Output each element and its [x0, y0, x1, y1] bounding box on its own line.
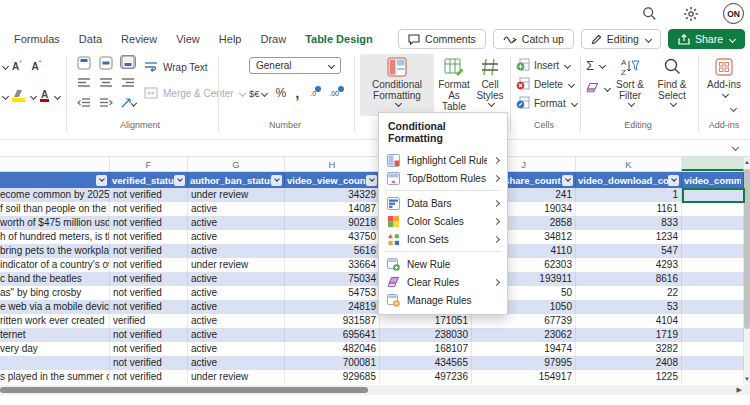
- format-cells-button[interactable]: Format: [516, 96, 577, 111]
- cell[interactable]: active: [188, 356, 285, 370]
- sort-filter-button[interactable]: AZ Sort & Filter: [610, 54, 650, 116]
- clear-button[interactable]: [586, 82, 610, 95]
- cell[interactable]: 434565: [380, 356, 472, 370]
- menu-item-manage-rules[interactable]: Manage Rules: [379, 291, 507, 309]
- increase-indent-button[interactable]: [98, 96, 114, 110]
- cell[interactable]: [682, 216, 744, 230]
- column-letter[interactable]: [682, 157, 744, 171]
- cell[interactable]: 23062: [472, 328, 576, 342]
- cell[interactable]: as" by bing crosby: [0, 286, 110, 300]
- accounting-format-button[interactable]: $€: [249, 88, 267, 99]
- cell[interactable]: 482046: [285, 342, 380, 356]
- cell[interactable]: 5616: [285, 244, 380, 258]
- settings-gear-icon[interactable]: [681, 4, 701, 24]
- menu-item-clear-rules[interactable]: Clear Rules: [379, 273, 507, 291]
- tab-help[interactable]: Help: [219, 33, 242, 45]
- align-right-button[interactable]: [120, 76, 136, 90]
- tab-table-design[interactable]: Table Design: [305, 33, 373, 45]
- cell[interactable]: [682, 314, 744, 328]
- tab-view[interactable]: View: [176, 33, 200, 45]
- cell[interactable]: not verified: [110, 328, 188, 342]
- filter-dropdown-icon[interactable]: [174, 175, 185, 186]
- cell[interactable]: [682, 342, 744, 356]
- highlight-color-icon[interactable]: [12, 90, 25, 102]
- cell[interactable]: not verified: [110, 202, 188, 216]
- cell[interactable]: 171051: [380, 314, 472, 328]
- cell[interactable]: not verified: [110, 258, 188, 272]
- active-cell-outline[interactable]: [682, 188, 745, 203]
- column-header-verified_status[interactable]: verified_status: [110, 172, 188, 188]
- filter-dropdown-icon[interactable]: [271, 175, 282, 186]
- format-as-table-button[interactable]: Format As Table: [436, 54, 472, 116]
- tab-draw[interactable]: Draw: [260, 33, 286, 45]
- shrink-font-button[interactable]: Aˇ: [32, 60, 42, 72]
- filter-dropdown-icon[interactable]: [668, 175, 679, 186]
- cell[interactable]: under review: [188, 188, 285, 202]
- column-header[interactable]: [0, 172, 110, 188]
- cell[interactable]: 497236: [380, 370, 472, 384]
- column-letter-f[interactable]: F: [110, 157, 188, 171]
- cell[interactable]: 97995: [472, 356, 576, 370]
- cell[interactable]: 75034: [285, 272, 380, 286]
- align-center-button[interactable]: [98, 76, 114, 90]
- comma-style-button[interactable]: ,: [295, 88, 299, 98]
- cell[interactable]: not verified: [110, 370, 188, 384]
- increase-decimal-button[interactable]: .0: [308, 89, 318, 98]
- align-top-button[interactable]: [76, 56, 92, 70]
- cell[interactable]: 154917: [472, 370, 576, 384]
- cell[interactable]: 4104: [576, 314, 682, 328]
- cell[interactable]: e web via a mobile device: [0, 300, 110, 314]
- cell[interactable]: [682, 328, 744, 342]
- cell[interactable]: 695641: [285, 328, 380, 342]
- catch-up-button[interactable]: Catch up: [493, 29, 574, 49]
- align-left-button[interactable]: [76, 76, 92, 90]
- font-color-icon[interactable]: A: [40, 90, 49, 102]
- cell[interactable]: 238030: [380, 328, 472, 342]
- cell[interactable]: very day: [0, 342, 110, 356]
- horizontal-scroll-thumb[interactable]: [0, 387, 368, 393]
- cell[interactable]: [682, 244, 744, 258]
- menu-item-highlight-cell-rules[interactable]: Highlight Cell Rules: [379, 151, 507, 169]
- cell[interactable]: 1161: [576, 202, 682, 216]
- cell[interactable]: verified: [110, 314, 188, 328]
- cell[interactable]: [682, 286, 744, 300]
- menu-item-data-bars[interactable]: Data Bars: [379, 194, 507, 212]
- cell[interactable]: [682, 202, 744, 216]
- cell[interactable]: not verified: [110, 300, 188, 314]
- cell[interactable]: 929685: [285, 370, 380, 384]
- cell[interactable]: 33664: [285, 258, 380, 272]
- cell[interactable]: [682, 258, 744, 272]
- chevron-down-icon[interactable]: [2, 92, 9, 99]
- tab-formulas[interactable]: Formulas: [14, 33, 60, 45]
- cell[interactable]: [682, 230, 744, 244]
- column-header-author_ban_status[interactable]: author_ban_status: [188, 172, 285, 188]
- cell[interactable]: active: [188, 202, 285, 216]
- cell[interactable]: 34329: [285, 188, 380, 202]
- filter-dropdown-icon[interactable]: [96, 175, 107, 186]
- cell[interactable]: 931587: [285, 314, 380, 328]
- align-bottom-button[interactable]: [120, 55, 136, 69]
- cell[interactable]: not verified: [110, 272, 188, 286]
- cell[interactable]: active: [188, 314, 285, 328]
- comments-button[interactable]: Comments: [398, 29, 486, 49]
- cell[interactable]: c band the beatles: [0, 272, 110, 286]
- scroll-down-arrow-icon[interactable]: ▼: [744, 375, 750, 383]
- cell[interactable]: 24819: [285, 300, 380, 314]
- cell[interactable]: 14087: [285, 202, 380, 216]
- cell[interactable]: worth of $475 million usd: [0, 216, 110, 230]
- column-header-video_download_count[interactable]: video_download_count: [576, 172, 682, 188]
- cell[interactable]: h of hundred meters, is th: [0, 230, 110, 244]
- cell[interactable]: active: [188, 328, 285, 342]
- cell[interactable]: not verified: [110, 230, 188, 244]
- cell[interactable]: 43750: [285, 230, 380, 244]
- cell[interactable]: under review: [188, 370, 285, 384]
- scroll-right-arrow-icon[interactable]: ▶: [737, 386, 742, 394]
- cell[interactable]: 833: [576, 216, 682, 230]
- tab-data[interactable]: Data: [79, 33, 102, 45]
- cell[interactable]: 3282: [576, 342, 682, 356]
- cell[interactable]: 1: [576, 188, 682, 202]
- cell[interactable]: [682, 300, 744, 314]
- chevron-down-icon[interactable]: [30, 92, 37, 99]
- chevron-down-icon[interactable]: [2, 63, 9, 70]
- menu-item-icon-sets[interactable]: Icon Sets: [379, 230, 507, 248]
